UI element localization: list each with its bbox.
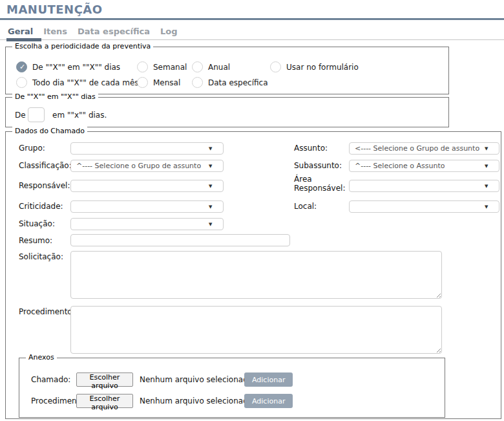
dropdown-arrow-icon xyxy=(209,184,215,190)
chamado-file-status: Nenhum arquivo selecionado xyxy=(140,375,253,384)
dropdown-arrow-icon xyxy=(485,164,491,170)
tab-geral[interactable]: Geral xyxy=(8,27,33,36)
solicitacao-textarea-wrap xyxy=(70,251,442,299)
radio-icon[interactable] xyxy=(16,77,27,88)
local-select[interactable] xyxy=(349,200,499,213)
dados-chamado-fieldset: Dados do Chamado Grupo: Assunto: <---- S… xyxy=(5,131,501,419)
procedimento-label: Procedimento: xyxy=(19,307,75,316)
resumo-label: Resumo: xyxy=(19,236,52,245)
radio-mensal[interactable]: Mensal xyxy=(137,77,180,88)
responsavel-label: Responsável: xyxy=(19,181,70,190)
radio-icon[interactable] xyxy=(192,77,203,88)
dados-chamado-legend: Dados do Chamado xyxy=(12,127,87,135)
dropdown-arrow-icon xyxy=(485,184,491,190)
intervalo-suffix: em ""x"" dias. xyxy=(52,111,107,120)
radio-data-especifica[interactable]: Data específica xyxy=(192,77,268,88)
solicitacao-textarea[interactable] xyxy=(70,251,442,299)
radio-icon[interactable] xyxy=(270,61,281,72)
subassunto-label: Subassunto: xyxy=(294,161,342,170)
radio-checked-icon[interactable] xyxy=(16,61,27,72)
dropdown-arrow-icon xyxy=(485,146,491,153)
page: MANUTENÇÃO Geral Itens Data específica L… xyxy=(0,0,504,421)
grupo-label: Grupo: xyxy=(19,144,45,153)
procedimento-textarea[interactable] xyxy=(70,306,442,354)
radio-icon[interactable] xyxy=(192,61,203,72)
dropdown-arrow-icon xyxy=(209,146,215,153)
assunto-label: Assunto: xyxy=(294,144,328,153)
assunto-select[interactable]: <---- Selecione o Grupo de assunto xyxy=(349,142,499,155)
chamado-adicionar-button[interactable]: Adicionar xyxy=(244,372,293,387)
procedimento-textarea-wrap xyxy=(70,306,442,354)
anexos-legend: Anexos xyxy=(26,353,57,362)
intervalo-prefix: De xyxy=(15,111,26,120)
radio-icon[interactable] xyxy=(137,77,148,88)
dropdown-arrow-icon xyxy=(485,204,491,211)
subassunto-select[interactable]: ^---- Selecione o Assunto xyxy=(349,160,499,172)
page-title: MANUTENÇÃO xyxy=(6,3,103,16)
local-label: Local: xyxy=(294,202,317,211)
periodicidade-fieldset: Escolha a periodicidade da preventiva De… xyxy=(5,47,449,94)
tab-itens[interactable]: Itens xyxy=(43,27,67,36)
interval-days-input[interactable] xyxy=(28,107,45,122)
classificacao-label: Classificação: xyxy=(19,161,72,170)
periodicidade-legend: Escolha a periodicidade da preventiva xyxy=(12,42,153,50)
active-tab-indicator xyxy=(6,38,41,41)
procedimento-file-status: Nenhum arquivo selecionado xyxy=(140,396,253,405)
dropdown-arrow-icon xyxy=(209,204,215,211)
radio-de-x-em-x-dias[interactable]: De ""X"" em ""X"" dias xyxy=(16,61,120,72)
criticidade-label: Criticidade: xyxy=(19,202,63,211)
tab-log[interactable]: Log xyxy=(160,27,178,36)
procedimento-adicionar-button[interactable]: Adicionar xyxy=(244,394,293,408)
radio-semanal[interactable]: Semanal xyxy=(137,61,187,72)
dropdown-arrow-icon xyxy=(209,164,215,170)
responsavel-select[interactable] xyxy=(70,180,224,192)
area-responsavel-label: Área Responsável: xyxy=(294,175,346,193)
classificacao-select[interactable]: ^---- Selecione o Grupo de assunto xyxy=(70,160,224,172)
situacao-select[interactable] xyxy=(70,218,224,230)
anexo-chamado-label: Chamado: xyxy=(31,375,70,384)
anexos-fieldset: Anexos Chamado: Escolher arquivo Nenhum … xyxy=(19,358,445,418)
intervalo-fieldset: De ""X"" em ""X"" dias De em ""x"" dias. xyxy=(5,97,449,127)
criticidade-select[interactable] xyxy=(70,200,224,213)
grupo-select[interactable] xyxy=(70,142,224,155)
tab-bar: Geral Itens Data específica Log xyxy=(8,27,178,36)
chamado-file-choose-button[interactable]: Escolher arquivo xyxy=(76,372,133,387)
radio-icon[interactable] xyxy=(137,61,148,72)
procedimento-file-choose-button[interactable]: Escolher arquivo xyxy=(76,394,133,408)
radio-usar-no-formulario[interactable]: Usar no formulário xyxy=(270,61,359,72)
radio-anual[interactable]: Anual xyxy=(192,61,230,72)
tab-divider xyxy=(0,39,504,40)
title-divider xyxy=(0,18,504,20)
situacao-label: Situação: xyxy=(19,219,55,228)
radio-todo-dia-x[interactable]: Todo dia ""X"" de cada mês xyxy=(16,77,139,88)
intervalo-legend: De ""X"" em ""X"" dias xyxy=(12,92,98,101)
tab-data-especifica[interactable]: Data específica xyxy=(78,27,150,36)
dropdown-arrow-icon xyxy=(209,222,215,228)
area-responsavel-select[interactable] xyxy=(349,180,499,192)
solicitacao-label: Solicitação: xyxy=(19,252,63,261)
resumo-input[interactable] xyxy=(70,234,290,246)
